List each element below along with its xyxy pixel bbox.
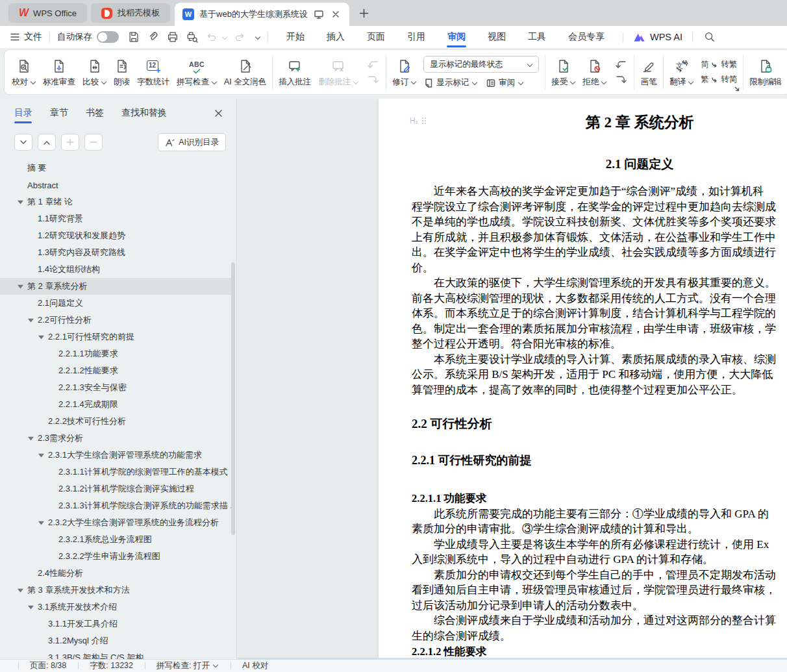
undo-button[interactable] [202,29,221,45]
expand-triangle-icon[interactable] [38,521,48,525]
toc-item[interactable]: 2.2.1.2性能要求 [0,362,231,379]
toc-item[interactable]: 2.2.1可行性研究的前提 [0,329,231,345]
new-tab-button[interactable] [356,5,373,21]
menu-tab[interactable]: 工具 [517,26,557,48]
sidebar-tab[interactable]: 查找和替换 [121,99,167,127]
restrict-edit-button[interactable]: 限制编辑 [749,58,782,87]
status-item[interactable]: 字数: 13232 [78,660,145,672]
tab-document[interactable]: W 基于web的大学生综测系统设 [175,3,349,26]
expand-triangle-icon[interactable] [18,200,27,205]
review-pane-button[interactable]: 审阅 [486,77,523,88]
toc-item[interactable]: 2.2.1.1功能要求 [0,345,231,362]
toc-item[interactable]: Abstract [0,177,231,193]
toc-item[interactable]: 2.3.2.1系统总业务流程图 [0,531,231,548]
sidebar-scrollbar[interactable] [231,262,235,535]
toc-item[interactable]: 1.2研究现状和发展趋势 [0,227,231,244]
undo-options-chevron-icon[interactable] [221,34,227,40]
brush-button[interactable]: 画笔 [640,58,657,87]
insert-comment-button[interactable]: 插入批注 [279,58,311,87]
menu-tab[interactable]: 视图 [477,26,517,48]
group-expand-icon[interactable] [734,86,740,92]
toc-item[interactable]: 2.3.1.1计算机学院的综测管理工作的基本模式 [0,464,231,480]
toc-item[interactable]: 3.1系统开发技术介绍 [0,599,231,616]
menu-tab[interactable]: 开始 [275,26,316,48]
previous-change-button[interactable] [614,60,628,69]
read-aloud-button[interactable]: 朗读 [114,58,130,87]
toc-item[interactable]: 第 1 章绪 论 [0,193,231,210]
accept-button[interactable]: 接受 [551,58,575,87]
print-preview-button[interactable] [182,29,202,45]
tab-docer-templates[interactable]: 找稻壳模板 [91,3,170,23]
tab-preview-icon[interactable] [313,8,325,20]
toc-item[interactable]: 摘 要 [0,160,231,177]
ai-polish-button[interactable]: AI 全文润色 [224,58,266,87]
toc-item[interactable]: 2.2.1.3安全与保密 [0,379,231,396]
status-item[interactable]: 拼写检查: 打开 [145,660,231,672]
print-button[interactable] [163,29,182,45]
menu-tab[interactable]: 审阅 [436,26,477,48]
toolbar-options-chevron-icon[interactable] [255,34,260,40]
expand-triangle-icon[interactable] [28,605,38,610]
spell-check-button[interactable]: ABC 拼写检查 [177,58,217,87]
toc-item[interactable]: 1.1研究背景 [0,210,231,227]
expand-triangle-icon[interactable] [38,335,48,340]
menu-tab[interactable]: 会员专享 [557,26,616,48]
toc-item[interactable]: 2.3.1大学生综合测评管理系统的功能需求 [0,447,231,464]
toc-collapse-button[interactable] [14,134,32,151]
tab-wps-home[interactable]: W WPS Office [8,3,87,23]
sidebar-close-icon[interactable] [212,106,225,119]
toc-item[interactable]: 3.1.1开发工具介绍 [0,616,231,632]
delete-comment-button[interactable]: 删除批注 [318,58,358,87]
track-changes-button[interactable]: 修订 [392,58,416,87]
toc-item[interactable]: 2.2.2技术可行性分析 [0,413,231,430]
status-item[interactable]: 页面: 8/38 [18,660,78,672]
toc-item[interactable]: 1.3研究内容及研究路线 [0,244,231,261]
save-button[interactable] [124,29,144,45]
sidebar-tab[interactable]: 章节 [50,99,68,127]
previous-comment-button[interactable] [366,60,380,69]
autosave-toggle[interactable] [97,31,119,43]
expand-triangle-icon[interactable] [18,588,27,593]
search-button[interactable] [700,29,719,45]
toc-zoom-in-button[interactable] [61,134,79,151]
menu-tab[interactable]: 引用 [396,26,436,48]
document-page[interactable]: H₁ 第 2 章 系统分析 2.1 问题定义 [379,99,787,659]
show-markup-button[interactable]: 显示标记 [423,77,477,88]
wps-ai-button[interactable]: WPS AI [631,32,685,43]
toc-item[interactable]: 2.4性能分析 [0,565,231,582]
redo-button[interactable] [230,29,249,45]
sidebar-tab[interactable]: 目录 [14,99,32,127]
tab-close-icon[interactable] [330,8,342,20]
reject-button[interactable]: 拒绝 [582,58,606,87]
translate-button[interactable]: 文A 翻译 [669,58,693,87]
status-item[interactable]: AI 校对 [231,660,280,672]
next-change-button[interactable] [614,75,628,84]
expand-triangle-icon[interactable] [18,284,27,289]
markup-state-select[interactable]: 显示标记的最终状态 [423,56,539,73]
file-menu-button[interactable]: 文件 [10,31,42,43]
toc-item[interactable]: 3.1.3B/S 架构与 C/S 架构 [0,649,231,659]
word-count-button[interactable]: 12+ 字数统计 [137,58,169,87]
toc-item[interactable]: 2.3.1.3计算机学院综合测评系统的功能需求描 ... [0,497,231,514]
toc-item[interactable]: 2.3.2大学生综合测评管理系统的业务流程分析 [0,514,231,531]
toc-zoom-out-button[interactable] [84,134,103,151]
compare-button[interactable]: 比较 [82,58,106,87]
toc-item[interactable]: 2.1问题定义 [0,295,231,312]
ai-recognize-toc-button[interactable]: AI识别目录 [158,133,226,151]
toc-item[interactable]: 2.2可行性分析 [0,312,231,329]
expand-triangle-icon[interactable] [28,318,38,323]
toc-item[interactable]: 1.4论文组织结构 [0,261,231,278]
expand-triangle-icon[interactable] [38,453,48,458]
next-comment-button[interactable] [366,75,380,84]
toc-item[interactable]: 2.2.1.4完成期限 [0,396,231,413]
menu-tab[interactable]: 页面 [356,26,396,48]
to-traditional-button[interactable]: 简 转繁 [701,59,737,70]
proofread-button[interactable]: 校对 [12,58,36,87]
toc-item[interactable]: 第 3 章系统开发技术和方法 [0,582,231,599]
toc-item[interactable]: 2.3需求分析 [0,430,231,447]
expand-triangle-icon[interactable] [28,436,38,441]
toc-item[interactable]: 第 2 章系统分析 [0,278,231,295]
toc-expand-button[interactable] [38,134,56,151]
toc-item[interactable]: 2.3.1.2计算机学院综合测评实施过程 [0,480,231,497]
sidebar-tab[interactable]: 书签 [86,99,104,127]
